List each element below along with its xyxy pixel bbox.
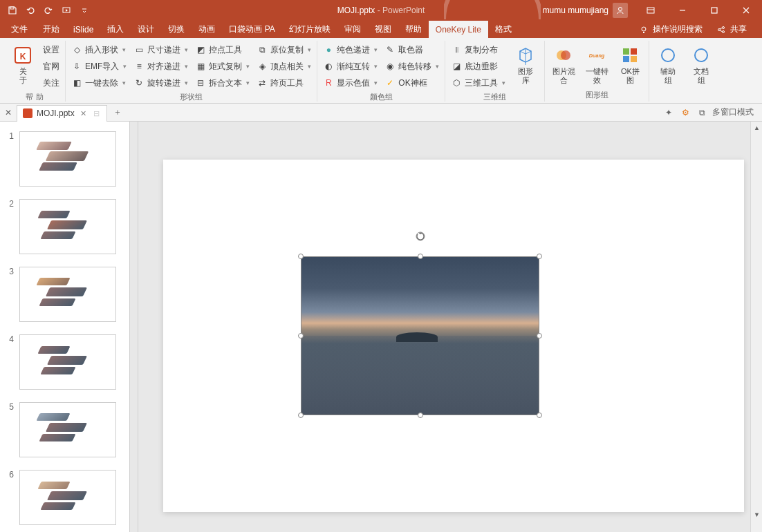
follow-button[interactable]: 关注 [40,75,62,91]
copy-distribute-button[interactable]: ⫴复制分布 [448,42,508,57]
rotate-step-button[interactable]: ↻旋转递进▾ [131,75,191,91]
pure-step-button[interactable]: ●纯色递进▾ [320,42,380,57]
tab-view[interactable]: 视图 [368,21,398,38]
chevron-down-icon: ▾ [374,63,378,70]
split-icon: ⊟ [195,77,206,88]
save-icon[interactable] [4,2,21,19]
tab-slideshow[interactable]: 幻灯片放映 [282,21,337,38]
slide-thumbnail[interactable] [19,334,116,390]
emf-import-button[interactable]: ⇩EMF导入▾ [68,59,129,74]
slide-thumbnail[interactable] [19,131,116,187]
thumbnail-row[interactable]: 3 [0,264,129,332]
vertical-scrollbar[interactable]: ▲ ▼ [750,122,762,532]
ok-puzzle-button[interactable]: OK拼 图 [614,42,646,88]
insert-shape-button[interactable]: ◇插入形状▾ [68,42,129,57]
thumbnail-row[interactable]: 4 [0,332,129,399]
top-related-button[interactable]: ◈顶点相关▾ [254,59,314,74]
start-from-beginning-icon[interactable] [58,2,75,19]
tab-design[interactable]: 设计 [131,21,161,38]
one-key-remove-button[interactable]: ◧一键去除▾ [68,75,129,91]
slide-thumbnails-pane[interactable]: 1 2 3 4 5 6 [0,122,130,532]
resize-handle-tm[interactable] [418,254,423,259]
doc-group-button[interactable]: 文档 组 [685,42,717,88]
thumbnail-row[interactable]: 5 [0,399,129,467]
size-step-button[interactable]: ▭尺寸递进▾ [131,42,191,57]
svg-rect-0 [10,7,14,9]
star-icon[interactable]: ✦ [662,106,675,119]
resize-handle-bm[interactable] [418,412,423,418]
image-blend-button[interactable]: 图片混 合 [548,42,579,88]
control-tool-button[interactable]: ◩控点工具 [192,42,252,57]
tab-home[interactable]: 开始 [36,21,66,38]
matrix-copy-button[interactable]: ▦矩式复制▾ [192,59,252,74]
resize-handle-tl[interactable] [298,254,304,259]
minimize-button[interactable] [667,0,698,21]
official-site-button[interactable]: 官网 [40,59,62,74]
align-step-button[interactable]: ≡对齐递进▾ [131,59,191,74]
3d-tool-button[interactable]: ⬡三维工具▾ [448,75,508,91]
resize-handle-mr[interactable] [537,333,542,339]
gradient-swap-button[interactable]: ◐渐纯互转▾ [320,59,380,74]
resize-handle-bl[interactable] [298,412,304,418]
tab-islide[interactable]: iSlide [66,21,100,38]
document-tab-current[interactable]: MOJI.pptx ✕ ⊟ [17,105,107,122]
tab-format[interactable]: 格式 [488,21,519,38]
rotate-handle[interactable] [415,231,426,242]
slide-thumbnail[interactable] [19,199,116,254]
ribbon-options-icon[interactable] [635,0,667,21]
size-icon: ▭ [133,44,145,55]
tab-review[interactable]: 审阅 [337,21,368,38]
user-account[interactable]: mumu mumujiang [536,0,635,21]
pure-transfer-button[interactable]: ◉纯色转移▾ [382,59,442,74]
scroll-down-icon[interactable]: ▼ [751,509,762,520]
aux-group-button[interactable]: 辅助 组 [652,42,684,88]
tab-file[interactable]: 文件 [3,21,36,38]
multiwindow-icon[interactable]: ⧉ [696,106,708,119]
gear-icon[interactable]: ⚙ [679,106,691,119]
resize-handle-ml[interactable] [298,333,304,339]
undo-icon[interactable] [22,2,39,19]
slide-thumbnail[interactable] [19,402,116,457]
settings-button[interactable]: 设置 [40,42,62,57]
close-tab-icon[interactable]: ✕ [79,109,88,118]
redo-icon[interactable] [40,2,57,19]
thumbnail-row[interactable]: 2 [0,196,129,264]
thumbnail-row[interactable]: 6 [0,467,129,532]
one-key-fx-button[interactable]: Duang 一键特 效 [581,42,613,88]
show-color-button[interactable]: R显示色值▾ [320,75,380,91]
tab-pocket-animation[interactable]: 口袋动画 PA [222,21,281,38]
color-picker-button[interactable]: ✎取色器 [382,42,442,57]
maximize-button[interactable] [698,0,730,21]
cross-page-button[interactable]: ⇄跨页工具 [254,75,314,91]
slide[interactable] [163,160,744,512]
origin-copy-button[interactable]: ⧉原位复制▾ [254,42,314,57]
resize-handle-br[interactable] [537,412,542,418]
qa-dropdown-icon[interactable] [76,2,93,19]
add-tab-button[interactable]: ＋ [110,105,125,120]
tab-help[interactable]: 帮助 [398,21,429,38]
image-content [396,332,438,342]
image-library-button[interactable]: 图形 库 [510,42,541,88]
tab-transition[interactable]: 切换 [161,21,192,38]
bottom-shadow-button[interactable]: ◪底边垂影 [448,59,508,74]
split-text-button[interactable]: ⊟拆合文本▾ [192,75,252,91]
tell-me-search[interactable]: 操作说明搜索 [633,21,708,38]
scroll-up-icon[interactable]: ▲ [751,122,762,133]
close-button[interactable] [730,0,762,21]
slide-canvas-area[interactable]: ▲ ▼ [130,122,762,532]
tab-animation[interactable]: 动画 [192,21,222,38]
share-button[interactable]: 共享 [711,21,752,38]
slide-thumbnail[interactable] [19,470,116,525]
library-icon [514,45,537,66]
about-button[interactable]: K 关 于 [7,42,39,88]
pin-tab-icon[interactable]: ⊟ [92,109,101,118]
close-all-icon[interactable]: ✕ [3,107,14,118]
slide-thumbnail[interactable] [19,267,116,322]
tab-insert[interactable]: 插入 [100,21,131,38]
thumbnail-row[interactable]: 1 [0,129,129,196]
tab-onekey-lite[interactable]: OneKey Lite [429,21,488,38]
ok-magic-button[interactable]: ✓OK神框 [382,75,442,91]
multiwindow-label[interactable]: 多窗口模式 [712,106,754,118]
selected-image[interactable] [301,256,539,415]
resize-handle-tr[interactable] [537,254,542,259]
